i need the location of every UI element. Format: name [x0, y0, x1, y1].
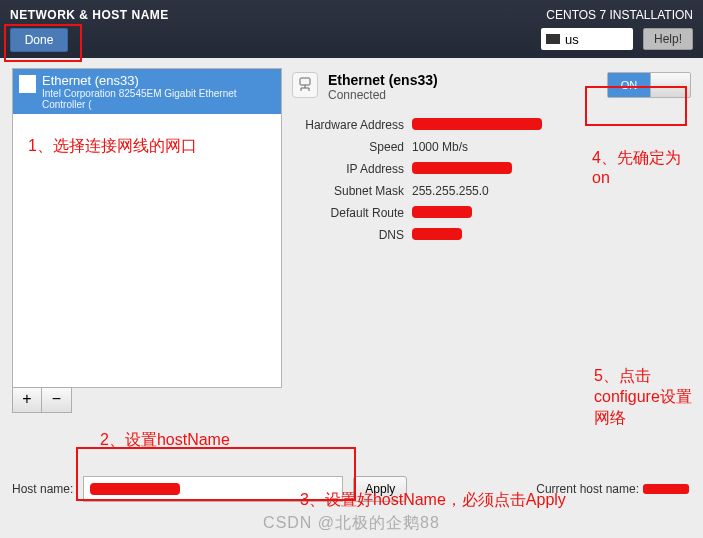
hw-addr-value [412, 118, 542, 130]
hw-addr-label: Hardware Address [292, 118, 404, 132]
remove-nic-button[interactable]: − [42, 387, 72, 413]
ethernet-icon [19, 75, 36, 93]
mask-label: Subnet Mask [292, 184, 404, 198]
svg-rect-0 [300, 78, 310, 85]
ip-label: IP Address [292, 162, 404, 176]
ip-value [412, 162, 512, 174]
speed-value: 1000 Mb/s [412, 140, 573, 154]
header-bar: NETWORK & HOST NAME Done CENTOS 7 INSTAL… [0, 0, 703, 58]
nic-item[interactable]: Ethernet (ens33) Intel Corporation 82545… [13, 69, 281, 114]
installer-title: CENTOS 7 INSTALLATION [546, 8, 693, 22]
hostname-label: Host name: [12, 482, 73, 496]
keyboard-layout-label: us [565, 32, 579, 47]
hostname-value [90, 483, 180, 495]
page-title: NETWORK & HOST NAME [10, 8, 169, 22]
eth-status: Connected [328, 88, 438, 102]
eth-detail-title: Ethernet (ens33) [328, 72, 438, 88]
help-button[interactable]: Help! [643, 28, 693, 50]
nic-subtitle: Intel Corporation 82545EM Gigabit Ethern… [42, 88, 275, 110]
speed-label: Speed [292, 140, 404, 154]
current-hostname-label: Current host name: [536, 482, 639, 496]
route-value [412, 206, 472, 218]
hostname-input[interactable] [83, 476, 343, 502]
apply-button[interactable]: Apply [353, 476, 407, 502]
dns-label: DNS [292, 228, 404, 242]
toggle-knob [650, 73, 690, 97]
dns-value [412, 228, 462, 240]
network-toggle[interactable]: ON [607, 72, 691, 98]
toggle-on-label: ON [608, 73, 650, 97]
current-hostname-value [643, 484, 689, 494]
ethernet-large-icon [292, 72, 318, 98]
route-label: Default Route [292, 206, 404, 220]
mask-value: 255.255.255.0 [412, 184, 573, 198]
keyboard-indicator[interactable]: us [541, 28, 633, 50]
nic-list[interactable]: Ethernet (ens33) Intel Corporation 82545… [12, 68, 282, 388]
nic-title: Ethernet (ens33) [42, 73, 275, 88]
keyboard-icon [546, 34, 560, 44]
add-nic-button[interactable]: + [12, 387, 42, 413]
done-button[interactable]: Done [10, 28, 68, 52]
watermark: CSDN @北极的企鹅88 [0, 513, 703, 534]
